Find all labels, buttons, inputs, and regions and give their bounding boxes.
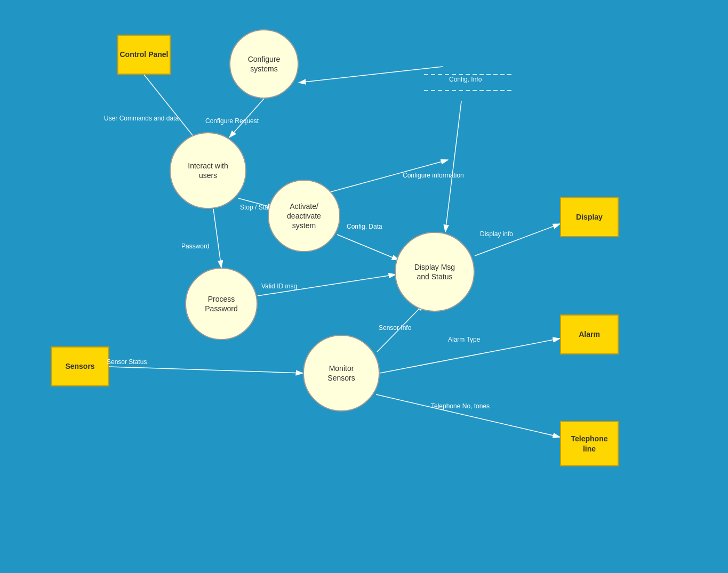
- interact-users-node: Interact withusers: [170, 132, 246, 209]
- diagram-svg: [0, 0, 728, 573]
- sensors-node: Sensors: [51, 346, 109, 386]
- display-msg-status-node: Display Msgand Status: [395, 232, 475, 312]
- svg-line-16: [299, 67, 443, 83]
- label-configure-information: Configure information: [403, 172, 464, 179]
- process-password-node: ProcessPassword: [185, 268, 258, 340]
- diagram-container: Control Panel Configuresystems Interact …: [0, 0, 728, 573]
- configure-systems-node: Configuresystems: [229, 29, 299, 99]
- label-password: Password: [181, 243, 210, 250]
- svg-line-8: [445, 101, 461, 232]
- label-alarm-type: Alarm Type: [448, 336, 480, 343]
- display-node: Display: [560, 197, 619, 237]
- activate-deactivate-node: Activate/deactivatesystem: [268, 180, 340, 252]
- svg-line-5: [213, 209, 221, 268]
- label-stop-start: Stop / Start: [240, 204, 272, 211]
- telephone-line-node: Telephoneline: [560, 421, 619, 466]
- label-sensor-status: Sensor Status: [107, 358, 147, 366]
- alarm-node: Alarm: [560, 314, 619, 354]
- label-config-info: Config. Info: [449, 76, 482, 83]
- label-valid-id-msg: Valid ID msg: [261, 283, 297, 290]
- svg-line-7: [337, 235, 399, 260]
- svg-line-14: [380, 338, 560, 373]
- label-user-commands: User Commands and data: [104, 115, 179, 122]
- monitor-sensors-node: MonitorSensors: [303, 335, 380, 411]
- label-sensor-info: Sensor Info: [379, 324, 411, 332]
- svg-line-11: [109, 367, 303, 373]
- label-configure-request: Configure Request: [205, 117, 259, 125]
- label-display-info: Display info: [480, 230, 513, 238]
- control-panel-node: Control Panel: [117, 35, 171, 75]
- label-telephone-tones: Telephone No, tones: [431, 402, 490, 410]
- svg-line-13: [475, 224, 560, 256]
- label-config-data: Config. Data: [347, 223, 382, 230]
- svg-line-15: [376, 394, 560, 437]
